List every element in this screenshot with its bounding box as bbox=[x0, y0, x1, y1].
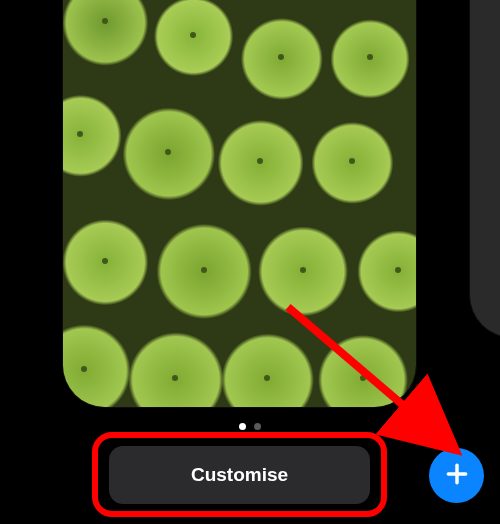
add-wallpaper-button[interactable] bbox=[429, 448, 484, 503]
customise-button-label: Customise bbox=[191, 464, 288, 486]
clownfish-wallpaper-image bbox=[63, 0, 416, 407]
wallpaper-preview-card-next[interactable] bbox=[470, 0, 500, 337]
page-dot-1[interactable] bbox=[239, 423, 246, 430]
page-indicator[interactable] bbox=[239, 423, 261, 430]
page-dot-2[interactable] bbox=[254, 423, 261, 430]
wallpaper-preview-card[interactable] bbox=[63, 0, 416, 407]
plus-icon bbox=[444, 461, 470, 490]
customise-button[interactable]: Customise bbox=[109, 446, 370, 504]
